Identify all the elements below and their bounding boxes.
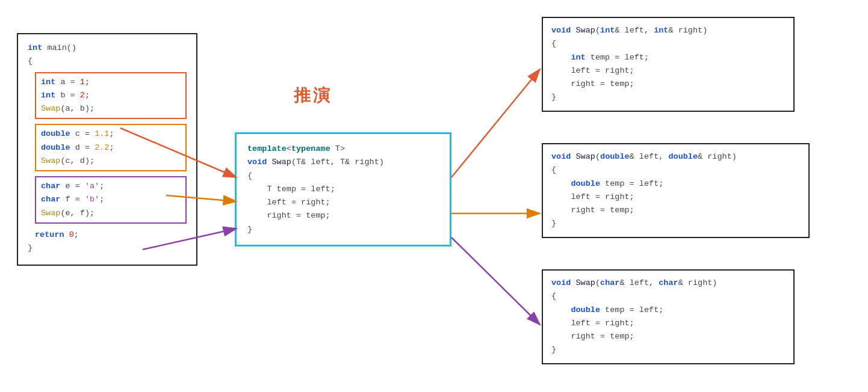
template-line2: void Swap(T& left, T& right) [247, 156, 439, 169]
double-c: double c = 1.1; [41, 127, 181, 141]
char-block: char e = 'a'; char f = 'b'; Swap(e, f); [35, 176, 187, 224]
int-a: int a = 1; [41, 76, 181, 89]
template-line7: } [247, 223, 439, 236]
template-line4: T temp = left; [247, 183, 439, 196]
result-double-box: void Swap(double& left, double& right) {… [542, 143, 810, 238]
int-b: int b = 2; [41, 89, 181, 102]
int-block: int a = 1; int b = 2; Swap(a, b); [35, 72, 187, 120]
r2-line1: void Swap(double& left, double& right) [551, 150, 800, 164]
r1-line1: void Swap(int& left, int& right) [551, 24, 785, 37]
r2-line4: left = right; [551, 191, 800, 204]
tuiyan-label: 推演 [294, 84, 332, 107]
r3-line4: left = right; [551, 317, 785, 330]
r3-line2: { [551, 290, 785, 303]
template-code-box: template<typename T> void Swap(T& left, … [235, 132, 451, 247]
r1-line6: } [551, 91, 785, 104]
result-int-box: void Swap(int& left, int& right) { int t… [542, 17, 795, 112]
r3-line6: } [551, 343, 785, 357]
template-line6: right = temp; [247, 209, 439, 222]
r3-line1: void Swap(char& left, char& right) [551, 277, 785, 290]
swap-char: Swap(e, f); [41, 207, 181, 220]
double-d: double d = 2.2; [41, 141, 181, 155]
template-line1: template<typename T> [247, 142, 439, 156]
return-line: return 0; [35, 228, 187, 242]
swap-int: Swap(a, b); [41, 102, 181, 115]
result-char-box: void Swap(char& left, char& right) { dou… [542, 269, 795, 364]
template-line3: { [247, 170, 439, 183]
template-line5: left = right; [247, 196, 439, 209]
r2-line6: } [551, 217, 800, 230]
r2-line3: double temp = left; [551, 177, 800, 191]
r1-line5: right = temp; [551, 78, 785, 91]
r1-line4: left = right; [551, 64, 785, 78]
r1-line2: { [551, 37, 785, 51]
purple-arrow-out [451, 237, 540, 325]
main-line1: int main() [28, 41, 187, 55]
main-code-box: int main() { int a = 1; int b = 2; Swap(… [17, 33, 197, 266]
r2-line2: { [551, 164, 800, 177]
swap-double: Swap(c, d); [41, 155, 181, 168]
red-arrow-out [451, 69, 540, 177]
r3-line5: right = temp; [551, 330, 785, 343]
char-e: char e = 'a'; [41, 180, 181, 193]
char-f: char f = 'b'; [41, 193, 181, 206]
double-block: double c = 1.1; double d = 2.2; Swap(c, … [35, 124, 187, 171]
r1-line3: int temp = left; [551, 51, 785, 64]
r3-line3: double temp = left; [551, 304, 785, 317]
r2-line5: right = temp; [551, 204, 800, 217]
main-line2: { [28, 55, 187, 68]
main-close: } [28, 242, 187, 255]
